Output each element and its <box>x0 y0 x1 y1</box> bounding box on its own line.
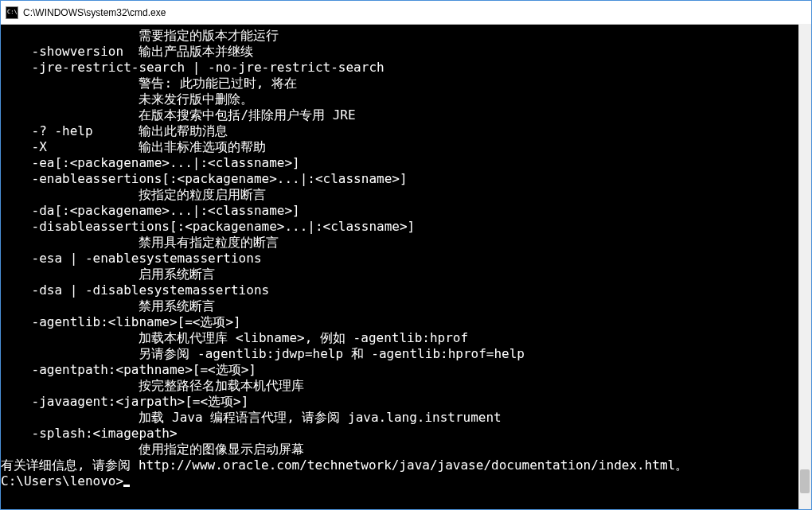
terminal-line: 加载 Java 编程语言代理, 请参阅 java.lang.instrument <box>1 410 811 426</box>
terminal-line: -enableassertions[:<packagename>...|:<cl… <box>1 171 811 187</box>
terminal-line: -esa | -enablesystemassertions <box>1 251 811 267</box>
terminal-line: 警告: 此功能已过时, 将在 <box>1 76 811 91</box>
terminal-line: -ea[:<packagename>...|:<classname>] <box>1 155 811 171</box>
cmd-icon <box>6 6 18 19</box>
terminal-line: 按指定的粒度启用断言 <box>1 187 811 203</box>
terminal-line: -jre-restrict-search | -no-jre-restrict-… <box>1 60 811 76</box>
terminal-line: 启用系统断言 <box>1 267 811 282</box>
terminal-line: 另请参阅 -agentlib:jdwp=help 和 -agentlib:hpr… <box>1 346 811 362</box>
terminal-line: 有关详细信息, 请参阅 http://www.oracle.com/techne… <box>1 457 811 473</box>
prompt-text: C:\Users\lenovo> <box>1 473 123 489</box>
terminal-line: 按完整路径名加载本机代理库 <box>1 378 811 394</box>
terminal-line: -disableassertions[:<packagename>...|:<c… <box>1 219 811 235</box>
terminal-prompt[interactable]: C:\Users\lenovo> <box>1 473 811 489</box>
window-title: C:\WINDOWS\system32\cmd.exe <box>23 7 166 18</box>
terminal-line: -agentpath:<pathname>[=<选项>] <box>1 362 811 378</box>
terminal-line: -splash:<imagepath> <box>1 426 811 442</box>
terminal-line: 使用指定的图像显示启动屏幕 <box>1 442 811 457</box>
terminal-line: -agentlib:<libname>[=<选项>] <box>1 314 811 330</box>
terminal-line: -X 输出非标准选项的帮助 <box>1 139 811 155</box>
cmd-window: C:\WINDOWS\system32\cmd.exe 需要指定的版本才能运行 … <box>0 0 812 510</box>
scrollbar-thumb[interactable] <box>800 469 810 493</box>
scrollbar[interactable] <box>798 24 811 509</box>
terminal-line: -dsa | -disablesystemassertions <box>1 282 811 298</box>
terminal-line: 禁用系统断言 <box>1 298 811 314</box>
terminal-line: -? -help 输出此帮助消息 <box>1 123 811 139</box>
terminal-output[interactable]: 需要指定的版本才能运行 -showversion 输出产品版本并继续 -jre-… <box>1 25 811 509</box>
cursor <box>123 485 130 487</box>
terminal-line: 未来发行版中删除。 <box>1 91 811 107</box>
terminal-line: 禁用具有指定粒度的断言 <box>1 235 811 251</box>
terminal-line: -javaagent:<jarpath>[=<选项>] <box>1 394 811 410</box>
terminal-line: 加载本机代理库 <libname>, 例如 -agentlib:hprof <box>1 330 811 346</box>
terminal-line: 在版本搜索中包括/排除用户专用 JRE <box>1 107 811 123</box>
titlebar[interactable]: C:\WINDOWS\system32\cmd.exe <box>1 1 811 25</box>
terminal-line: -da[:<packagename>...|:<classname>] <box>1 203 811 219</box>
terminal-line: 需要指定的版本才能运行 <box>1 28 811 44</box>
terminal-line: -showversion 输出产品版本并继续 <box>1 44 811 60</box>
